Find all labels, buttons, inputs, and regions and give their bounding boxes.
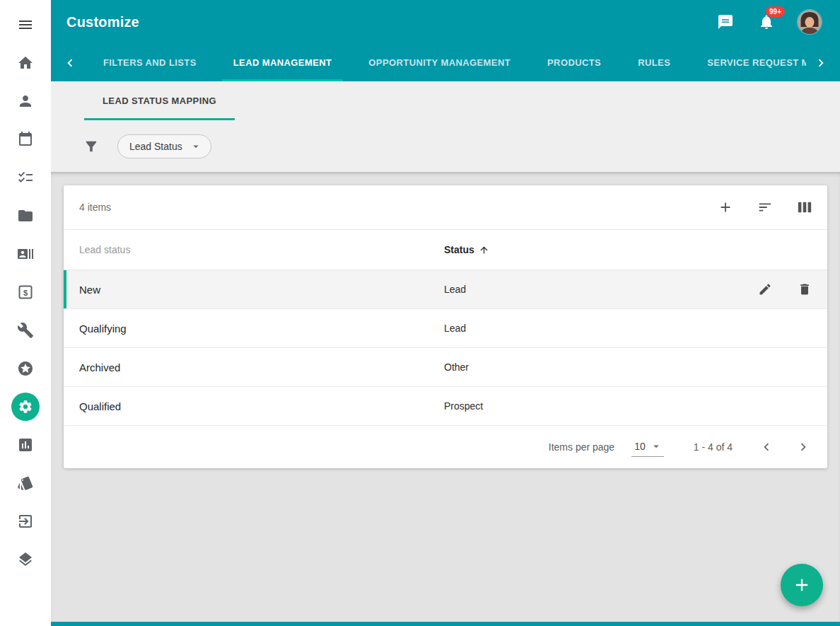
items-per-page-label: Items per page bbox=[549, 441, 614, 453]
settings-icon bbox=[18, 399, 33, 415]
status-cell: Prospect bbox=[444, 400, 721, 412]
sidebar-item-billing[interactable]: $ bbox=[8, 273, 42, 311]
tab-lead-management[interactable]: LEAD MANAGEMENT bbox=[215, 44, 351, 81]
sidebar-item-person[interactable] bbox=[8, 82, 42, 120]
avatar[interactable] bbox=[798, 10, 822, 34]
lead-status-cell: New bbox=[79, 284, 444, 296]
add-button[interactable] bbox=[711, 193, 740, 221]
sidebar-item-settings[interactable] bbox=[8, 388, 42, 426]
tabs-scroll-left-button[interactable] bbox=[55, 44, 85, 81]
sidebar-item-favorites[interactable] bbox=[8, 349, 42, 388]
row-actions bbox=[721, 275, 827, 303]
card-toolbar: 4 items bbox=[64, 185, 827, 230]
settings-active-indicator bbox=[11, 393, 40, 421]
tab-products[interactable]: PRODUCTS bbox=[529, 44, 619, 81]
filter-button[interactable] bbox=[82, 137, 100, 156]
add-icon bbox=[718, 199, 733, 215]
next-page-button[interactable] bbox=[789, 433, 817, 461]
column-header-lead-status[interactable]: Lead status bbox=[79, 244, 444, 255]
table-row[interactable]: Archived Other bbox=[64, 348, 827, 387]
sidebar-item-layers[interactable] bbox=[8, 540, 42, 579]
delete-button[interactable] bbox=[791, 275, 819, 303]
tab-label: PRODUCTS bbox=[547, 57, 601, 68]
tabs: FILTERS AND LISTS LEAD MANAGEMENT OPPORT… bbox=[85, 44, 806, 81]
dropdown-caret-icon bbox=[650, 440, 663, 453]
sidebar-item-folder[interactable] bbox=[8, 197, 42, 235]
columns-button[interactable] bbox=[791, 193, 819, 221]
subtab-lead-status-mapping[interactable]: LEAD STATUS MAPPING bbox=[84, 81, 235, 120]
dropdown-caret-icon bbox=[189, 140, 202, 153]
column-header-status[interactable]: Status bbox=[444, 244, 721, 255]
tasks-icon bbox=[17, 169, 34, 186]
edit-button[interactable] bbox=[751, 275, 779, 303]
sort-ascending-arrow-icon bbox=[479, 245, 489, 255]
card-actions bbox=[711, 193, 819, 221]
tab-filters-and-lists[interactable]: FILTERS AND LISTS bbox=[85, 44, 215, 81]
sidebar-item-analytics[interactable] bbox=[8, 426, 42, 464]
table-row[interactable]: Qualifying Lead bbox=[64, 309, 827, 348]
sidebar-item-contacts[interactable] bbox=[8, 235, 42, 273]
lead-status-cell: Qualified bbox=[79, 400, 444, 412]
sidebar-item-tags[interactable] bbox=[8, 464, 42, 502]
filterbar: Lead Status bbox=[51, 120, 840, 172]
columns-icon bbox=[797, 199, 812, 215]
lead-status-filter-chip[interactable]: Lead Status bbox=[117, 134, 211, 158]
topbar: Customize 99+ bbox=[51, 0, 840, 44]
folder-icon bbox=[17, 207, 34, 224]
menu-icon bbox=[17, 16, 34, 33]
pagination: Items per page 10 1 - 4 of 4 bbox=[64, 426, 827, 468]
lead-status-cell: Archived bbox=[79, 361, 444, 373]
table-row[interactable]: Qualified Prospect bbox=[64, 387, 827, 426]
chevron-right-icon bbox=[795, 439, 811, 455]
app: $ Customize bbox=[0, 0, 840, 626]
tab-rules[interactable]: RULES bbox=[619, 44, 689, 81]
table-header: Lead status Status bbox=[64, 230, 827, 270]
items-count: 4 items bbox=[79, 202, 111, 213]
calendar-icon bbox=[17, 131, 34, 148]
exit-icon bbox=[17, 513, 34, 530]
tabs-scroll-right-button[interactable] bbox=[806, 44, 836, 81]
pagination-range: 1 - 4 of 4 bbox=[694, 441, 733, 453]
chevron-left-icon bbox=[759, 439, 774, 455]
topbar-actions: 99+ bbox=[716, 10, 822, 34]
contacts-icon bbox=[17, 245, 34, 262]
chat-button[interactable] bbox=[716, 12, 735, 32]
column-header-label: Status bbox=[444, 244, 474, 255]
notifications-button[interactable]: 99+ bbox=[757, 12, 776, 32]
status-cell: Lead bbox=[444, 323, 721, 334]
sidebar-item-tasks[interactable] bbox=[8, 158, 42, 197]
delete-icon bbox=[798, 282, 812, 296]
sidebar: $ bbox=[0, 0, 51, 626]
sidebar-item-calendar[interactable] bbox=[8, 120, 42, 158]
page-size-value: 10 bbox=[634, 441, 646, 452]
status-cell: Lead bbox=[444, 284, 721, 295]
tab-opportunity-management[interactable]: OPPORTUNITY MANAGEMENT bbox=[350, 44, 529, 81]
sidebar-item-menu[interactable] bbox=[8, 6, 42, 44]
edit-icon bbox=[758, 282, 772, 296]
tab-service-request-management[interactable]: SERVICE REQUEST MANAGEMENT bbox=[689, 44, 806, 81]
sidebar-item-exit[interactable] bbox=[8, 502, 42, 540]
sort-button[interactable] bbox=[751, 193, 779, 221]
tab-label: RULES bbox=[638, 57, 670, 68]
lead-status-cell: Qualifying bbox=[79, 323, 444, 335]
svg-text:$: $ bbox=[23, 289, 28, 297]
fab-add-button[interactable] bbox=[781, 564, 823, 606]
sidebar-item-tools[interactable] bbox=[8, 311, 42, 349]
wrench-icon bbox=[17, 322, 34, 339]
sort-icon bbox=[757, 199, 773, 215]
page-title: Customize bbox=[66, 14, 139, 30]
lead-status-mapping-card: 4 items Lead status bbox=[64, 185, 827, 468]
sidebar-item-home[interactable] bbox=[8, 44, 42, 82]
tab-label: OPPORTUNITY MANAGEMENT bbox=[368, 57, 511, 68]
page-size-select[interactable]: 10 bbox=[631, 437, 664, 457]
previous-page-button[interactable] bbox=[752, 433, 781, 461]
layers-icon bbox=[17, 551, 34, 568]
table-row[interactable]: New Lead bbox=[64, 270, 827, 309]
avatar-image bbox=[798, 10, 822, 34]
tab-label: FILTERS AND LISTS bbox=[103, 57, 197, 68]
analytics-icon bbox=[17, 436, 34, 453]
status-cell: Other bbox=[444, 361, 721, 373]
tabbar: FILTERS AND LISTS LEAD MANAGEMENT OPPORT… bbox=[51, 44, 840, 81]
add-icon bbox=[792, 575, 812, 595]
tab-label: SERVICE REQUEST MANAGEMENT bbox=[707, 57, 806, 68]
